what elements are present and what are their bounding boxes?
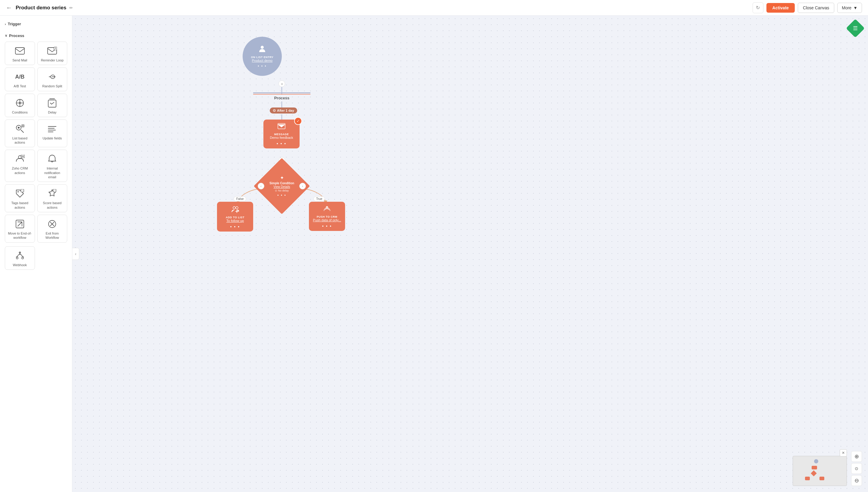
sidebar-item-move-to-end[interactable]: Move to End-of-workflow — [5, 215, 35, 243]
condition-icon: ✦ — [280, 175, 284, 181]
chevron-right-icon: › — [5, 22, 6, 26]
condition-prev-nav[interactable]: ‹ — [258, 183, 264, 189]
trigger-section-header[interactable]: › Trigger — [4, 19, 68, 29]
svg-point-22 — [18, 191, 19, 192]
ab-test-label: A/B Test — [14, 84, 26, 88]
sidebar-item-update-fields[interactable]: Update fields — [38, 120, 68, 148]
svg-point-6 — [19, 102, 21, 104]
more-button[interactable]: More ▼ — [837, 3, 862, 13]
send-mail-label: Send Mail — [13, 58, 27, 62]
svg-rect-19 — [21, 155, 25, 158]
condition-link[interactable]: View Details — [274, 185, 290, 189]
sidebar-item-send-mail[interactable]: Send Mail — [5, 42, 35, 65]
exit-workflow-label: Exit from Workflow — [40, 231, 65, 240]
sidebar-item-conditions[interactable]: Conditions — [5, 94, 35, 117]
push-to-crm-icon — [311, 205, 343, 214]
close-minimap-button[interactable]: ✕ — [840, 449, 847, 457]
exit-workflow-icon — [47, 219, 57, 229]
sidebar-item-webhook[interactable]: Webhook — [5, 246, 35, 270]
page-title: Product demo series — [16, 5, 66, 11]
process-section: ∨ Process Send Mail Reminder Loop — [0, 31, 72, 271]
message-check-badge: ✓ — [294, 117, 302, 125]
message-node[interactable]: MESSAGE Demo feedback • • • ✓ — [263, 120, 300, 148]
app-layout: › Trigger ∨ Process Send Mail — [0, 16, 868, 492]
trigger-node-name[interactable]: Product demo — [252, 59, 273, 62]
tags-based-actions-label: Tags based actions — [7, 201, 32, 210]
back-button[interactable]: ← — [6, 4, 12, 11]
edit-title-icon[interactable]: ✏ — [69, 5, 73, 10]
condition-delay: ⊙ No delay — [275, 189, 289, 192]
internal-notification-icon — [47, 153, 57, 165]
workflow-canvas: ‹ ☰ — [72, 16, 868, 492]
message-node-dots: • • • — [266, 141, 297, 146]
condition-node-container[interactable]: ✦ Simple Condition View Details ⊙ No del… — [262, 166, 302, 206]
sidebar-item-reminder-loop[interactable]: Reminder Loop — [38, 42, 68, 65]
delay-label: Delay — [48, 110, 56, 115]
brand-icon: ☰ — [853, 25, 858, 32]
sidebar: › Trigger ∨ Process Send Mail — [0, 16, 72, 492]
sidebar-item-ab-test[interactable]: A/B A/B Test — [5, 68, 35, 91]
zoom-in-button[interactable]: ⊕ — [851, 451, 862, 462]
trigger-section-label: Trigger — [8, 22, 21, 26]
brand-diamond-button[interactable]: ☰ — [846, 19, 865, 38]
trigger-node-label: ON LIST ENTRY — [251, 56, 274, 59]
action-node-left[interactable]: ADD TO LIST To follow up • • • — [217, 202, 253, 231]
sidebar-item-score-based-actions[interactable]: Score based actions — [38, 184, 68, 212]
action-left-type: ADD TO LIST — [219, 216, 251, 219]
list-based-actions-icon — [15, 123, 25, 134]
trigger-expand-chevron[interactable]: ∨ — [279, 80, 285, 87]
reminder-loop-icon — [47, 46, 57, 56]
process-section-canvas: Process — [253, 93, 310, 100]
minimap-action-left — [805, 477, 810, 480]
refresh-icon: ↻ — [756, 5, 760, 10]
action-left-name[interactable]: To follow up — [219, 219, 251, 222]
trigger-node[interactable]: ON LIST ENTRY Product demo • • • — [243, 37, 282, 76]
svg-rect-0 — [15, 48, 24, 54]
minimap-trigger — [814, 459, 818, 463]
sidebar-item-random-split[interactable]: Random Split — [38, 68, 68, 91]
refresh-button[interactable]: ↻ — [753, 2, 764, 13]
zoom-controls: ⊕ ⊙ ⊖ — [851, 451, 862, 486]
zoho-crm-label: Zoho CRM actions — [7, 166, 32, 175]
sidebar-toggle-button[interactable]: ‹ — [72, 248, 79, 260]
sidebar-item-tags-based-actions[interactable]: Tags based actions — [5, 184, 35, 212]
action-right-name[interactable]: Push data of only... — [311, 218, 343, 222]
false-label: False — [234, 196, 246, 201]
sidebar-item-delay[interactable]: Delay — [38, 94, 68, 117]
zoom-reset-button[interactable]: ⊙ — [851, 463, 862, 474]
activate-button[interactable]: Activate — [767, 3, 795, 13]
more-chevron-icon: ▼ — [853, 5, 858, 10]
action-node-left-container: ⊙ No delay ADD TO LIST To follow up • • … — [217, 202, 224, 210]
score-based-icon — [47, 188, 57, 199]
zoom-out-button[interactable]: ⊖ — [851, 475, 862, 486]
sidebar-item-list-based-actions[interactable]: List based actions — [5, 120, 35, 148]
move-to-end-label: Move to End-of-workflow — [7, 231, 32, 240]
webhook-label: Webhook — [13, 263, 27, 267]
condition-dots: • • • — [277, 193, 286, 198]
condition-label: Simple Condition — [269, 181, 294, 185]
close-canvas-button[interactable]: Close Canvas — [798, 3, 834, 13]
sidebar-item-internal-notification[interactable]: Internal notification email — [38, 150, 68, 182]
trigger-icon — [258, 44, 266, 54]
sidebar-item-zoho-crm-actions[interactable]: Zoho CRM actions — [5, 150, 35, 182]
process-section-header[interactable]: ∨ Process — [4, 31, 68, 40]
message-node-type: MESSAGE — [266, 133, 297, 136]
process-section-label: Process — [9, 33, 24, 38]
reminder-loop-label: Reminder Loop — [41, 58, 64, 62]
action-right-type: PUSH TO CRM — [311, 215, 343, 218]
message-node-name: Demo feedback — [266, 136, 297, 140]
workflow-connectors — [145, 16, 868, 492]
svg-rect-24 — [53, 189, 56, 192]
list-based-actions-label: List based actions — [7, 136, 32, 145]
action-node-right[interactable]: PUSH TO CRM Push data of only... • • • — [309, 202, 345, 231]
process-line-top — [253, 93, 310, 93]
sidebar-item-exit-from-workflow[interactable]: Exit from Workflow — [38, 215, 68, 243]
zoho-crm-icon — [15, 153, 25, 165]
svg-rect-23 — [21, 189, 24, 192]
action-right-dots: • • • — [311, 224, 343, 228]
condition-next-nav[interactable]: › — [299, 183, 306, 189]
message-icon — [266, 123, 297, 131]
chevron-down-icon: ∨ — [5, 34, 7, 38]
update-fields-label: Update fields — [43, 136, 62, 140]
process-line-bottom — [253, 94, 310, 95]
